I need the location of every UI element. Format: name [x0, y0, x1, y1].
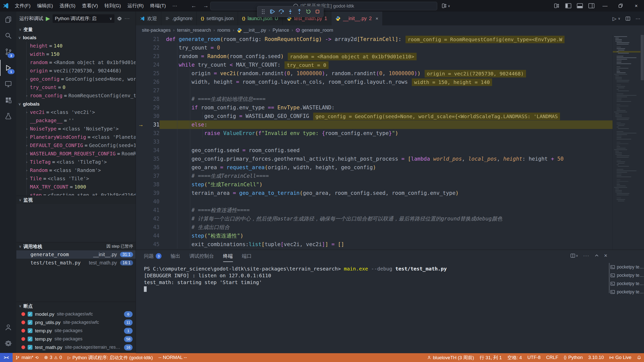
code-line[interactable]: 38step("生成TerrainCell") [136, 180, 613, 189]
code-line[interactable]: 35geo_config.primary_forces.geothermal_a… [136, 155, 613, 163]
split-terminal-button[interactable]: ∨ [570, 253, 578, 258]
expand-chevron-icon[interactable]: › [23, 110, 30, 115]
variable-row[interactable]: ›WASTELAND_ROOM_REQUEST_CONFIG=RoomR… [16, 150, 136, 158]
breadcrumb-item[interactable]: generate_room [296, 27, 333, 33]
variable-row[interactable]: ›vec2i=<class 'vec2i'> [16, 108, 136, 116]
code-line[interactable]: 33 [136, 138, 613, 146]
breadcrumb[interactable]: site-packages›terrain_research›rooms›__i… [136, 25, 644, 35]
variable-row[interactable]: ›room_config=RoomRequestConfig(env_t… [16, 92, 136, 100]
breadcrumb-item[interactable]: rooms [217, 27, 230, 33]
activity-settings-gear-icon[interactable] [0, 335, 16, 351]
variables-section-header[interactable]: ∨ 变量 [16, 25, 136, 33]
code-line[interactable]: 41# ====检查连通性==== [136, 206, 613, 214]
nav-back-icon[interactable]: ← [191, 3, 196, 9]
variable-row[interactable]: height=140 [16, 42, 136, 50]
breakpoint-row[interactable]: ✓temp.pysite-packages1 [16, 327, 136, 335]
variable-row[interactable]: ›geo_config=GeoConfig(seed=None, wor… [16, 75, 136, 83]
code-line[interactable]: 21def generate_room(room_config: RoomReq… [136, 35, 613, 43]
menu-item[interactable]: 文件(F) [12, 2, 34, 10]
menu-item[interactable]: 编辑(E) [34, 2, 56, 10]
menu-item[interactable]: 查看(V) [79, 2, 101, 10]
step-into-button[interactable] [286, 8, 294, 16]
variable-row[interactable]: ›PlanetaryWindConfig=<class 'Planeta… [16, 133, 136, 141]
debug-settings-gear-icon[interactable] [117, 16, 122, 21]
restart-button[interactable] [304, 8, 312, 16]
maximize-panel-button[interactable] [594, 253, 599, 258]
terminal-list-item[interactable]: pocketpy te… [610, 288, 643, 296]
code-line[interactable]: 34geo_config.seed = room_config.seed [136, 146, 613, 155]
command-center-search[interactable]: [扩展开发宿主] godot-ldtk [210, 2, 437, 10]
terminal-list-item[interactable]: pocketpy te… [610, 271, 643, 280]
code-line[interactable]: 26width, height = room_config.layout.n_c… [136, 78, 613, 86]
callstack-section-header[interactable]: ∨ 调用堆栈 因 step 已暂停 [16, 242, 136, 250]
terminal-scrollbar[interactable] [609, 263, 610, 293]
stop-button[interactable] [313, 8, 321, 16]
variable-row[interactable]: ›TileTag=<class 'TileTag'> [16, 158, 136, 166]
panel-tab-问题[interactable]: 问题3 [144, 250, 162, 262]
activity-run-debug-icon[interactable]: 1 [0, 60, 16, 76]
activity-account-icon[interactable] [0, 319, 16, 335]
close-panel-button[interactable]: × [604, 252, 607, 259]
toggle-sidebar-icon[interactable] [562, 0, 574, 12]
status-git-branch[interactable]: main*⟲ [13, 353, 41, 362]
more-actions-button[interactable]: ··· [583, 253, 589, 258]
split-editor-button[interactable] [625, 16, 630, 21]
panel-tab-终端[interactable]: 终端 [223, 250, 233, 262]
watch-section-header[interactable]: ∨ 监视 [16, 196, 136, 204]
editor-more-actions[interactable]: ··· [635, 16, 640, 21]
variable-row[interactable]: ›DEFAULT_GEO_CONFIG=GeoConfig(seed=1… [16, 141, 136, 150]
breakpoint-row[interactable]: ✓test_math.pysite-packages\terrain_res…1… [16, 343, 136, 351]
tab-[interactable]: 欢迎 [136, 12, 161, 25]
variable-row[interactable]: MAX_TRY_COUNT=1000 [16, 183, 136, 191]
code-line[interactable]: 27 [136, 86, 613, 95]
variable-row[interactable]: ›NoiseType=<class 'NoiseType'> [16, 125, 136, 133]
tab-__init__.py[interactable]: __init__.py2× [331, 12, 382, 25]
code-line[interactable]: 39terrain_area = geo_area_to_terrain(geo… [136, 189, 613, 197]
code-line[interactable]: 25origin = vec2i(random.randint(0, 10000… [136, 69, 613, 78]
variable-row[interactable]: ›Random=<class 'Random'> [16, 166, 136, 174]
breakpoint-row[interactable]: ✓temp.pysite-packages58 [16, 335, 136, 343]
variable-row[interactable]: step=<function step at 0x1bf9cd216d [16, 191, 136, 196]
expand-chevron-icon[interactable]: › [23, 127, 30, 131]
code-line[interactable]: 22try_count = 0 [136, 43, 613, 52]
variable-row[interactable]: width=150 [16, 50, 136, 58]
breakpoint-checkbox[interactable]: ✓ [28, 328, 32, 333]
status-encoding[interactable]: UTF-8 [525, 353, 543, 362]
breakpoint-checkbox[interactable]: ✓ [28, 320, 32, 325]
code-line[interactable]: 32raise ValueError(f"Invalid env type: {… [136, 129, 613, 138]
status-python-version[interactable]: 3.10.10 [586, 353, 607, 362]
activity-testing-icon[interactable] [0, 108, 16, 124]
terminal-list-item[interactable]: pocketpy te… [610, 263, 643, 271]
breakpoint-checkbox[interactable]: ✓ [28, 312, 32, 316]
code-line[interactable]: 36geo_area = request_area(origin, width,… [136, 163, 613, 172]
breakpoint-checkbox[interactable]: ✓ [28, 345, 32, 350]
status-language-mode[interactable]: {}Python [561, 353, 585, 362]
code-line[interactable]: 40 [136, 197, 613, 206]
expand-chevron-icon[interactable]: › [23, 176, 30, 181]
activity-remote-explorer-icon[interactable] [0, 76, 16, 92]
code-line[interactable]: 24while try_count < MAX_TRY_COUNT:try_co… [136, 61, 613, 69]
menu-item[interactable]: 转到(G) [101, 2, 124, 10]
close-window-button[interactable]: × [628, 0, 644, 12]
code-line[interactable]: 28# ====生成初始地理信息==== [136, 95, 613, 103]
breakpoint-row[interactable]: ✓model.pysite-packages\wfc6 [16, 310, 136, 318]
restore-button[interactable] [613, 0, 628, 12]
code-line[interactable]: 45exit_combinations:list[tuple[vec2i, ve… [136, 240, 613, 249]
status-eol[interactable]: CRLF [543, 353, 561, 362]
code-line[interactable]: 42# 计算每一个出口的中心，然后使用astar生成路径，确保每一个出口组合都可… [136, 214, 613, 223]
continue-button[interactable] [268, 8, 276, 16]
code-line[interactable]: 37# ====生成TerrainCell==== [136, 172, 613, 180]
code-line[interactable]: 44step("检查连通性") [136, 232, 613, 240]
nav-forward-icon[interactable]: → [203, 3, 209, 9]
terminal-output[interactable]: PS C:\computer_science\godot-ldtk\site-p… [144, 265, 606, 351]
expand-chevron-icon[interactable]: › [23, 168, 30, 173]
terminal-list-item[interactable]: pocketpy te… [610, 280, 643, 288]
breadcrumb-item[interactable]: Pylance [272, 27, 289, 33]
expand-chevron-icon[interactable]: › [23, 94, 30, 98]
tab-settings.json[interactable]: {}settings.json [197, 12, 238, 25]
status-cursor-position[interactable]: 行 31, 列 1 [477, 353, 504, 362]
menu-item[interactable]: 终端(T) [147, 2, 169, 10]
close-tab-icon[interactable]: × [376, 16, 378, 21]
run-python-file-button[interactable]: ▷ [613, 16, 616, 22]
expand-chevron-icon[interactable]: › [23, 160, 30, 164]
